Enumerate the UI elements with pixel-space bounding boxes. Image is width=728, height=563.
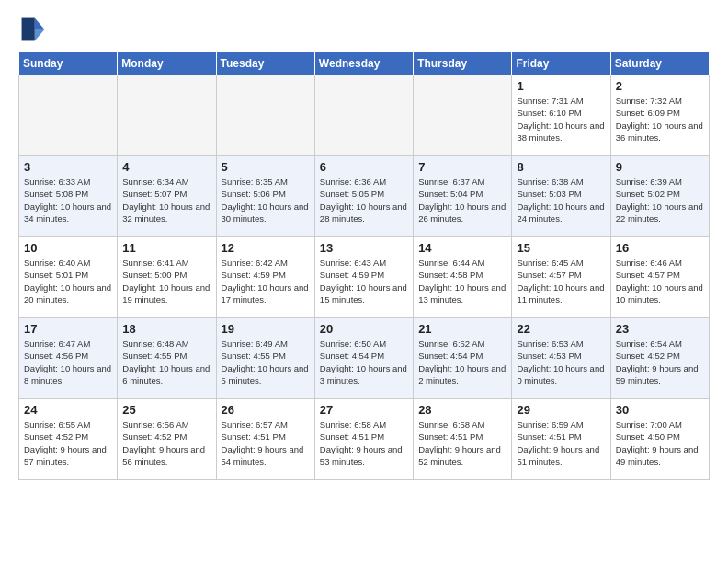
calendar-cell: 14Sunrise: 6:44 AM Sunset: 4:58 PM Dayli…: [414, 237, 512, 318]
day-number: 15: [517, 241, 605, 255]
day-number: 13: [320, 241, 408, 255]
calendar-cell: 29Sunrise: 6:59 AM Sunset: 4:51 PM Dayli…: [512, 399, 610, 480]
calendar-cell: 10Sunrise: 6:40 AM Sunset: 5:01 PM Dayli…: [19, 237, 118, 318]
calendar-cell: 25Sunrise: 6:56 AM Sunset: 4:52 PM Dayli…: [118, 399, 216, 480]
calendar-cell: 19Sunrise: 6:49 AM Sunset: 4:55 PM Dayli…: [216, 318, 314, 399]
day-number: 5: [222, 160, 310, 174]
day-number: 26: [222, 403, 310, 417]
calendar-cell: 2Sunrise: 7:32 AM Sunset: 6:09 PM Daylig…: [610, 75, 709, 156]
calendar-cell: 30Sunrise: 7:00 AM Sunset: 4:50 PM Dayli…: [610, 399, 709, 480]
cell-info: Sunrise: 7:31 AM Sunset: 6:10 PM Dayligh…: [517, 95, 605, 144]
cell-info: Sunrise: 6:56 AM Sunset: 4:52 PM Dayligh…: [122, 419, 210, 467]
calendar-cell: 26Sunrise: 6:57 AM Sunset: 4:51 PM Dayli…: [216, 399, 314, 480]
cell-info: Sunrise: 6:58 AM Sunset: 4:51 PM Dayligh…: [418, 419, 506, 467]
calendar-cell: 5Sunrise: 6:35 AM Sunset: 5:06 PM Daylig…: [216, 156, 314, 237]
weekday-header-monday: Monday: [118, 52, 216, 75]
calendar-table: SundayMondayTuesdayWednesdayThursdayFrid…: [18, 52, 710, 480]
day-number: 3: [24, 160, 112, 174]
calendar-cell: 22Sunrise: 6:53 AM Sunset: 4:53 PM Dayli…: [512, 318, 610, 399]
calendar-cell: 9Sunrise: 6:39 AM Sunset: 5:02 PM Daylig…: [610, 156, 709, 237]
day-number: 24: [24, 403, 112, 417]
svg-rect-2: [22, 18, 35, 41]
calendar-cell: 8Sunrise: 6:38 AM Sunset: 5:03 PM Daylig…: [512, 156, 610, 237]
weekday-header-friday: Friday: [512, 52, 610, 75]
cell-info: Sunrise: 6:33 AM Sunset: 5:08 PM Dayligh…: [24, 176, 112, 224]
weekday-header-sunday: Sunday: [19, 52, 118, 75]
day-number: 25: [122, 403, 210, 417]
calendar-cell: [314, 75, 413, 156]
day-number: 12: [222, 241, 310, 255]
cell-info: Sunrise: 6:55 AM Sunset: 4:52 PM Dayligh…: [24, 419, 112, 467]
calendar-cell: 23Sunrise: 6:54 AM Sunset: 4:52 PM Dayli…: [610, 318, 709, 399]
cell-info: Sunrise: 6:45 AM Sunset: 4:57 PM Dayligh…: [517, 257, 605, 305]
header: [18, 15, 710, 44]
cell-info: Sunrise: 6:34 AM Sunset: 5:07 PM Dayligh…: [122, 176, 210, 224]
calendar-cell: 15Sunrise: 6:45 AM Sunset: 4:57 PM Dayli…: [512, 237, 610, 318]
day-number: 8: [517, 160, 605, 174]
cell-info: Sunrise: 6:35 AM Sunset: 5:06 PM Dayligh…: [222, 176, 310, 224]
calendar-cell: 1Sunrise: 7:31 AM Sunset: 6:10 PM Daylig…: [512, 75, 610, 156]
weekday-header-tuesday: Tuesday: [216, 52, 314, 75]
calendar-cell: 17Sunrise: 6:47 AM Sunset: 4:56 PM Dayli…: [19, 318, 118, 399]
day-number: 14: [418, 241, 506, 255]
cell-info: Sunrise: 7:00 AM Sunset: 4:50 PM Dayligh…: [616, 419, 704, 467]
cell-info: Sunrise: 6:53 AM Sunset: 4:53 PM Dayligh…: [517, 338, 605, 386]
day-number: 30: [616, 403, 704, 417]
day-number: 7: [418, 160, 506, 174]
calendar-cell: [19, 75, 118, 156]
day-number: 4: [122, 160, 210, 174]
calendar-cell: [216, 75, 314, 156]
calendar-cell: 28Sunrise: 6:58 AM Sunset: 4:51 PM Dayli…: [414, 399, 512, 480]
cell-info: Sunrise: 6:36 AM Sunset: 5:05 PM Dayligh…: [320, 176, 408, 224]
day-number: 17: [24, 322, 112, 336]
svg-marker-0: [35, 18, 45, 29]
cell-info: Sunrise: 6:43 AM Sunset: 4:59 PM Dayligh…: [320, 257, 408, 305]
day-number: 22: [517, 322, 605, 336]
day-number: 19: [222, 322, 310, 336]
cell-info: Sunrise: 6:42 AM Sunset: 4:59 PM Dayligh…: [222, 257, 310, 305]
cell-info: Sunrise: 6:50 AM Sunset: 4:54 PM Dayligh…: [320, 338, 408, 386]
cell-info: Sunrise: 6:39 AM Sunset: 5:02 PM Dayligh…: [616, 176, 704, 224]
cell-info: Sunrise: 6:38 AM Sunset: 5:03 PM Dayligh…: [517, 176, 605, 224]
calendar-cell: 21Sunrise: 6:52 AM Sunset: 4:54 PM Dayli…: [414, 318, 512, 399]
svg-marker-1: [35, 29, 45, 40]
cell-info: Sunrise: 6:47 AM Sunset: 4:56 PM Dayligh…: [24, 338, 112, 386]
calendar-cell: 18Sunrise: 6:48 AM Sunset: 4:55 PM Dayli…: [118, 318, 216, 399]
day-number: 1: [517, 79, 605, 93]
weekday-header-wednesday: Wednesday: [314, 52, 413, 75]
calendar-cell: [118, 75, 216, 156]
day-number: 28: [418, 403, 506, 417]
cell-info: Sunrise: 6:57 AM Sunset: 4:51 PM Dayligh…: [222, 419, 310, 467]
cell-info: Sunrise: 6:41 AM Sunset: 5:00 PM Dayligh…: [122, 257, 210, 305]
cell-info: Sunrise: 6:46 AM Sunset: 4:57 PM Dayligh…: [616, 257, 704, 305]
cell-info: Sunrise: 6:48 AM Sunset: 4:55 PM Dayligh…: [122, 338, 210, 386]
cell-info: Sunrise: 6:37 AM Sunset: 5:04 PM Dayligh…: [418, 176, 506, 224]
calendar-cell: 3Sunrise: 6:33 AM Sunset: 5:08 PM Daylig…: [19, 156, 118, 237]
calendar-cell: 16Sunrise: 6:46 AM Sunset: 4:57 PM Dayli…: [610, 237, 709, 318]
calendar-cell: 20Sunrise: 6:50 AM Sunset: 4:54 PM Dayli…: [314, 318, 413, 399]
day-number: 27: [320, 403, 408, 417]
weekday-header-thursday: Thursday: [414, 52, 512, 75]
cell-info: Sunrise: 6:49 AM Sunset: 4:55 PM Dayligh…: [222, 338, 310, 386]
logo: [18, 15, 51, 44]
cell-info: Sunrise: 6:52 AM Sunset: 4:54 PM Dayligh…: [418, 338, 506, 386]
day-number: 10: [24, 241, 112, 255]
calendar-cell: 24Sunrise: 6:55 AM Sunset: 4:52 PM Dayli…: [19, 399, 118, 480]
day-number: 9: [616, 160, 704, 174]
day-number: 21: [418, 322, 506, 336]
day-number: 11: [122, 241, 210, 255]
day-number: 20: [320, 322, 408, 336]
cell-info: Sunrise: 7:32 AM Sunset: 6:09 PM Dayligh…: [616, 95, 704, 144]
calendar-cell: [414, 75, 512, 156]
cell-info: Sunrise: 6:59 AM Sunset: 4:51 PM Dayligh…: [517, 419, 605, 467]
day-number: 23: [616, 322, 704, 336]
logo-icon: [18, 15, 48, 44]
day-number: 29: [517, 403, 605, 417]
calendar-cell: 6Sunrise: 6:36 AM Sunset: 5:05 PM Daylig…: [314, 156, 413, 237]
cell-info: Sunrise: 6:58 AM Sunset: 4:51 PM Dayligh…: [320, 419, 408, 467]
calendar-cell: 12Sunrise: 6:42 AM Sunset: 4:59 PM Dayli…: [216, 237, 314, 318]
calendar-cell: 27Sunrise: 6:58 AM Sunset: 4:51 PM Dayli…: [314, 399, 413, 480]
calendar-cell: 11Sunrise: 6:41 AM Sunset: 5:00 PM Dayli…: [118, 237, 216, 318]
day-number: 16: [616, 241, 704, 255]
calendar-cell: 4Sunrise: 6:34 AM Sunset: 5:07 PM Daylig…: [118, 156, 216, 237]
